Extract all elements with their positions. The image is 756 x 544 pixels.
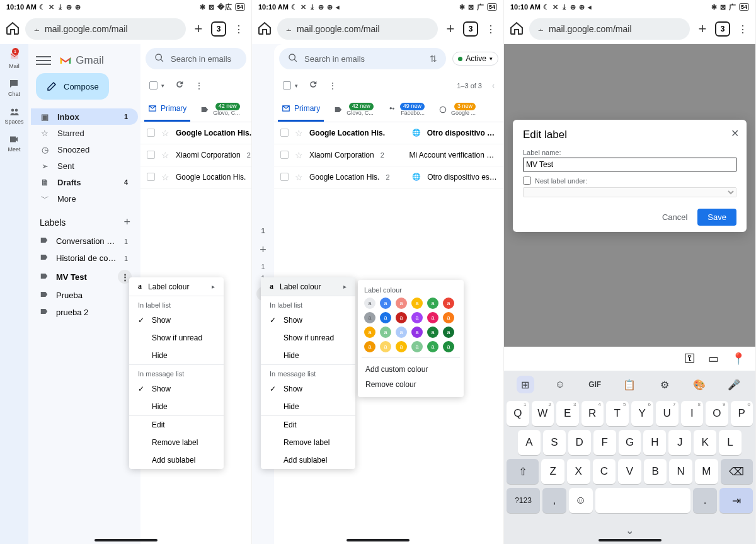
mail-row[interactable]: ☆Google Location His. 2 <box>140 166 251 188</box>
star-toggle[interactable]: ☆ <box>161 128 169 138</box>
row-checkbox[interactable] <box>280 129 289 137</box>
tab-primary[interactable]: Primary <box>144 98 190 122</box>
label-mv-test[interactable]: MV Test⋮ <box>31 267 138 287</box>
key-m[interactable]: M <box>695 459 718 484</box>
tab-switcher[interactable]: 3 <box>463 21 478 37</box>
select-all-checkbox[interactable] <box>149 81 158 90</box>
key-g[interactable]: G <box>619 430 641 455</box>
tab-switcher[interactable]: 3 <box>211 21 226 37</box>
tab-primary[interactable]: Primary <box>278 98 324 122</box>
row-checkbox[interactable] <box>147 173 155 181</box>
more-button[interactable]: ⋮ <box>328 81 337 91</box>
search-options-icon[interactable]: ⇅ <box>430 54 437 64</box>
menu-hide[interactable]: Hide <box>129 347 224 364</box>
home-gesture-bar[interactable] <box>346 539 410 541</box>
location-pin-icon[interactable]: 📍 <box>731 352 745 366</box>
menu-label-colour[interactable]: aLabel colour▸ <box>129 277 224 296</box>
home-gesture-bar[interactable] <box>94 539 158 541</box>
period-key[interactable]: . <box>693 488 717 513</box>
site-settings-icon[interactable]: ⫠ <box>33 25 41 34</box>
site-settings-icon[interactable]: ⫠ <box>285 25 293 34</box>
remove-colour[interactable]: Remove colour <box>364 376 457 391</box>
label-prueba[interactable]: Prueba <box>31 287 138 304</box>
star-toggle[interactable]: ☆ <box>295 128 303 138</box>
colour-swatch[interactable]: a <box>411 327 423 338</box>
rail-mail[interactable]: 1 Mail <box>9 50 20 69</box>
colour-swatch[interactable]: a <box>396 312 407 323</box>
url-bar[interactable]: ⫠mail.google.com/mail <box>25 18 186 40</box>
menu-remove-label[interactable]: Remove label <box>129 434 224 451</box>
star-toggle[interactable]: ☆ <box>161 172 169 182</box>
key-a[interactable]: A <box>518 430 541 455</box>
select-dropdown-icon[interactable]: ▾ <box>295 83 298 89</box>
colour-swatch[interactable]: a <box>411 312 423 323</box>
colour-swatch[interactable]: a <box>380 298 391 309</box>
menu-hide[interactable]: Hide <box>261 347 355 364</box>
rail-spaces[interactable]: Spaces <box>4 106 23 125</box>
save-button[interactable]: Save <box>697 209 736 226</box>
key-q[interactable]: Q1 <box>507 401 529 426</box>
nav-snoozed[interactable]: ◷Snoozed <box>31 141 138 158</box>
key-p[interactable]: P0 <box>731 401 753 426</box>
site-settings-icon[interactable]: ⫠ <box>537 25 545 34</box>
key-b[interactable]: B <box>644 459 667 484</box>
refresh-button[interactable] <box>175 79 185 91</box>
colour-swatch[interactable]: a <box>380 312 391 323</box>
rail-chat[interactable]: Chat <box>8 78 20 97</box>
tab-social[interactable]: 49 newFacebo... <box>384 98 428 122</box>
home-icon[interactable] <box>257 21 272 38</box>
nav-more[interactable]: ﹀More <box>31 190 138 207</box>
select-all-checkbox[interactable] <box>283 81 291 90</box>
search-input[interactable]: Search in emails ⇅ <box>279 48 446 69</box>
kb-theme-icon[interactable]: 🎨 <box>690 376 708 393</box>
home-gesture-bar[interactable] <box>598 539 662 541</box>
star-toggle[interactable]: ☆ <box>161 150 169 160</box>
key-d[interactable]: D <box>568 430 591 455</box>
mail-row[interactable]: ☆Google Location His. <box>140 122 251 144</box>
kb-sticker-icon[interactable]: ☺ <box>551 376 569 393</box>
row-checkbox[interactable] <box>147 151 155 159</box>
nav-starred[interactable]: ☆Starred <box>31 125 138 141</box>
label-context-menu[interactable]: aLabel colour▸ In label list ✓Show Show … <box>129 277 224 469</box>
menu-remove-label[interactable]: Remove label <box>261 434 355 451</box>
menu-msg-hide[interactable]: Hide <box>129 398 224 415</box>
comma-key[interactable]: , <box>542 488 566 513</box>
key-j[interactable]: J <box>668 430 691 455</box>
tab-promotions[interactable]: 42 newGlovo, C... <box>330 98 377 122</box>
browser-menu-icon[interactable]: ⋮ <box>483 21 498 37</box>
key-z[interactable]: Z <box>541 459 564 484</box>
key-y[interactable]: Y6 <box>631 401 654 426</box>
key-h[interactable]: H <box>643 430 666 455</box>
colour-swatch[interactable]: a <box>443 298 454 309</box>
space-key[interactable] <box>595 488 690 513</box>
colour-swatch[interactable]: a <box>380 341 391 352</box>
menu-edit[interactable]: Edit <box>129 416 224 434</box>
tab-promotions[interactable]: 42 newGlovo, C... <box>197 98 244 122</box>
home-icon[interactable] <box>509 21 524 38</box>
colour-swatch[interactable]: a <box>427 312 438 323</box>
colour-swatch[interactable]: a <box>427 298 438 309</box>
more-button[interactable]: ⋮ <box>195 81 203 91</box>
colour-swatch[interactable]: a <box>396 298 407 309</box>
compose-button[interactable]: Compose <box>36 73 109 100</box>
kb-settings-icon[interactable]: ⚙ <box>656 376 673 393</box>
kb-mic-icon[interactable]: 🎤 <box>725 376 743 393</box>
menu-show-if-unread[interactable]: Show if unread <box>261 329 355 347</box>
key-k[interactable]: K <box>694 430 716 455</box>
browser-menu-icon[interactable]: ⋮ <box>735 21 750 37</box>
backspace-key[interactable]: ⌫ <box>721 459 753 484</box>
colour-swatch[interactable]: a <box>396 341 407 352</box>
menu-add-sublabel[interactable]: Add sublabel <box>129 451 224 469</box>
key-w[interactable]: W2 <box>532 401 554 426</box>
rail-meet[interactable]: Meet <box>8 134 20 153</box>
key-v[interactable]: V <box>618 459 641 484</box>
colour-swatch[interactable]: a <box>364 298 375 309</box>
row-checkbox[interactable] <box>280 173 289 181</box>
add-custom-colour[interactable]: Add custom colour <box>364 361 457 376</box>
nav-sent[interactable]: ➢Sent <box>31 158 138 174</box>
colour-swatch[interactable]: a <box>411 298 423 309</box>
menu-add-sublabel[interactable]: Add sublabel <box>261 451 355 469</box>
label-conversation-history[interactable]: Conversation History1 <box>31 233 138 250</box>
kb-clipboard-icon[interactable]: 📋 <box>621 376 638 393</box>
nest-checkbox[interactable] <box>523 177 531 185</box>
